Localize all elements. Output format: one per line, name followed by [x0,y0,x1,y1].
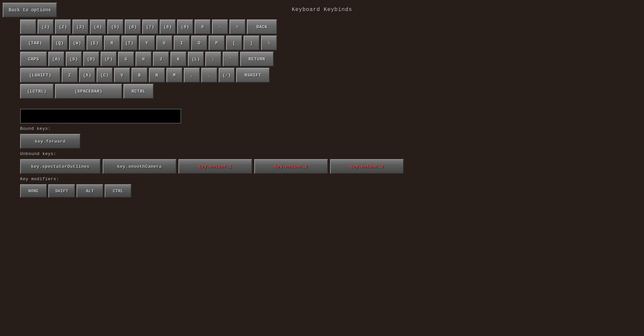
modifier-shift[interactable]: SHIFT [48,184,75,198]
unbound-key-smoothCamera[interactable]: key.smoothCamera [103,159,176,174]
key-r[interactable]: R [104,36,120,50]
bound-keys-row: key.forward [20,134,644,149]
modifier-alt[interactable]: ALT [76,184,103,198]
key-b[interactable]: B [131,68,148,83]
unbound-key-spectatorOutlines[interactable]: key.spectatorOutlines [20,159,101,174]
key-period[interactable]: . [201,68,217,83]
key-lbracket[interactable]: [ [226,36,242,50]
unbound-keys-label: Unbound keys: [20,151,644,156]
back-button[interactable]: Back to options [3,3,57,17]
key-rctrl[interactable]: RCTRL [123,84,154,99]
key-s[interactable]: (S) [66,52,82,66]
key-z[interactable]: Z [62,68,78,83]
key-lctrl[interactable]: (LCTRL) [20,84,54,99]
key-return[interactable]: RETURN [240,52,274,66]
key-rshift[interactable]: RSHIFT [236,68,270,83]
modifier-ctrl[interactable]: CTRL [105,184,131,198]
key-equals[interactable]: = [229,19,246,34]
key-0[interactable]: 0 [195,19,211,34]
key-f[interactable]: (F) [101,52,117,66]
key-k[interactable]: K [170,52,186,66]
key-g[interactable]: G [118,52,134,66]
page-title: Keyboard Keybinds [0,0,644,16]
key-w[interactable]: (W) [69,36,85,50]
modifier-none[interactable]: NONE [20,184,47,198]
key-9[interactable]: (9) [177,19,193,34]
key-d[interactable]: (D) [83,52,99,66]
key-q[interactable]: (Q) [52,36,68,50]
key-slash[interactable]: (/) [219,68,235,83]
unbound-key-hotbar3[interactable]: key.hotbar.3 [330,159,404,174]
key-modifiers-label: Key modifiers: [20,177,644,182]
key-7[interactable]: (7) [142,19,158,34]
key-y[interactable]: Y [139,36,155,50]
key-tab[interactable]: (TAB) [20,36,50,50]
key-3[interactable]: (3) [72,19,89,34]
key-x[interactable]: (X) [79,68,95,83]
keyboard-row-2: (TAB) (Q) (W) (E) R (T) Y U I O P [ ] \ [20,36,644,50]
unbound-key-hotbar1[interactable]: key.hotbar.1 [178,159,252,174]
key-8[interactable]: (8) [160,19,176,34]
key-back[interactable]: BACK [247,19,277,34]
key-v[interactable]: V [114,68,130,83]
key-i[interactable]: I [174,36,190,50]
key-a[interactable]: (A) [48,52,64,66]
key-h[interactable]: H [136,52,152,66]
key-comma[interactable]: , [184,68,200,83]
key-backslash[interactable]: \ [261,36,277,50]
key-t[interactable]: (T) [121,36,138,50]
bound-key-forward[interactable]: key.forward [20,134,80,149]
key-apostrophe[interactable]: ' [223,52,239,66]
key-4[interactable]: (4) [90,19,106,34]
key-n[interactable]: N [149,68,165,83]
key-spacebar[interactable]: (SPACEBAR) [55,84,122,99]
key-e[interactable]: (E) [87,36,103,50]
key-rbracket[interactable]: ] [244,36,260,50]
modifier-row: NONE SHIFT ALT CTRL [20,184,644,198]
key-j[interactable]: J [153,52,169,66]
key-input-display[interactable] [20,109,181,124]
unbound-keys-row: key.spectatorOutlines key.smoothCamera k… [20,159,644,174]
bound-keys-label: Bound keys: [20,126,644,131]
key-l[interactable]: (L) [188,52,204,66]
key-minus[interactable]: - [212,19,228,34]
keyboard-row-1: ` (1) (2) (3) (4) (5) (6) (7) (8) (9) 0 … [20,19,644,34]
key-caps[interactable]: CAPS [20,52,47,66]
key-5[interactable]: (5) [107,19,123,34]
keyboard-row-5: (LCTRL) (SPACEBAR) RCTRL [20,84,644,99]
key-p[interactable]: P [209,36,225,50]
key-6[interactable]: (6) [125,19,141,34]
key-o[interactable]: O [191,36,207,50]
key-u[interactable]: U [156,36,172,50]
keyboard-row-3: CAPS (A) (S) (D) (F) G H J K (L) ; ' RET… [20,52,644,66]
key-lshift[interactable]: (LSHIFT) [20,68,60,83]
key-2[interactable]: (2) [55,19,71,34]
unbound-key-hotbar2[interactable]: key.hotbar.2 [254,159,328,174]
keyboard-row-4: (LSHIFT) Z (X) (C) V B N M , . (/) RSHIF… [20,68,644,83]
key-m[interactable]: M [166,68,182,83]
key-semicolon[interactable]: ; [205,52,221,66]
keyboard-section: ` (1) (2) (3) (4) (5) (6) (7) (8) (9) 0 … [0,16,644,99]
key-c[interactable]: (C) [97,68,113,83]
key-grave[interactable]: ` [20,19,36,34]
key-1[interactable]: (1) [38,19,54,34]
